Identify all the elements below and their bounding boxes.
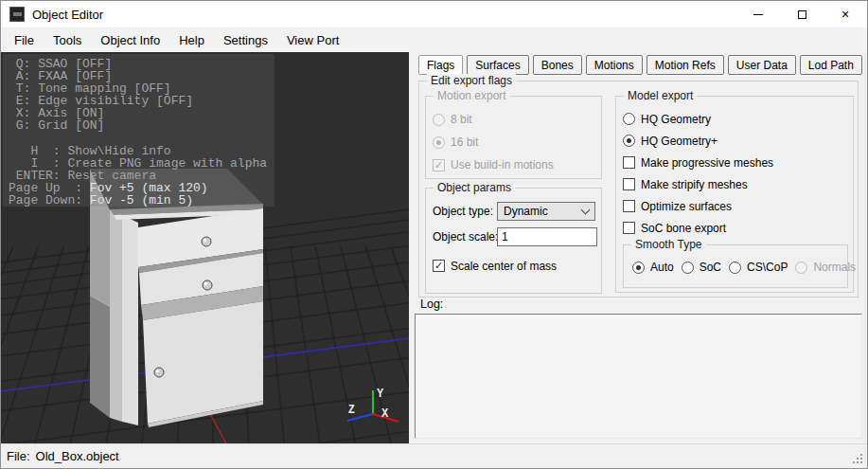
object-editor-window: Object Editor ✕ FileToolsObject InfoHelp…	[0, 0, 868, 469]
object-scale-label: Object scale:	[433, 230, 498, 244]
checkbox-make-progressive-meshes[interactable]: Make progressive meshes	[623, 152, 853, 173]
checkbox-indicator: ✓	[433, 159, 445, 171]
resize-grip[interactable]	[860, 461, 862, 463]
close-icon: ✕	[841, 9, 849, 20]
checkbox-indicator: ✓	[433, 260, 445, 272]
tab-motions[interactable]: Motions	[586, 55, 643, 75]
option-label: CS\CoP	[747, 261, 788, 274]
checkbox-soc-bone-export[interactable]: SoC bone export	[623, 217, 853, 239]
radio-indicator	[433, 114, 445, 126]
tab-lod-path[interactable]: Lod Path	[800, 55, 862, 75]
radio-indicator	[623, 113, 635, 125]
object-type-dropdown[interactable]: Dynamic	[497, 202, 595, 221]
radio-indicator	[795, 262, 807, 274]
radio-indicator	[729, 262, 741, 274]
edit-export-flags-group: Edit export flags Motion export 8 bit16 …	[418, 81, 859, 298]
menu-bar: FileToolsObject InfoHelpSettingsView Por…	[1, 27, 867, 52]
radio-indicator	[632, 262, 645, 274]
window-controls: ✕	[736, 1, 867, 27]
checkbox-indicator	[623, 222, 635, 234]
radio-cs-cop[interactable]: CS\CoP	[729, 260, 788, 275]
radio-indicator	[682, 262, 694, 274]
option-label: Use build-in motions	[451, 158, 554, 171]
maximize-button[interactable]	[780, 1, 824, 27]
checkbox-indicator	[623, 156, 635, 169]
viewport-overlay: Q: SSAO [OFF] A: FXAA [OFF] T: Tone mapp…	[3, 54, 275, 207]
overlay-line: G: Grid [ON]	[9, 119, 275, 132]
smooth-type-group: Smooth Type AutoSoCCS\CoPNormals	[623, 244, 848, 288]
radio-soc[interactable]: SoC	[682, 260, 721, 275]
menu-item-tools[interactable]: Tools	[44, 27, 91, 52]
menu-item-settings[interactable]: Settings	[214, 27, 277, 52]
status-bar: File: Old_Box.object	[1, 443, 867, 468]
tab-bones[interactable]: Bones	[533, 55, 582, 75]
option-label: Make stripify meshes	[641, 178, 748, 191]
object-params-group: Object params Object type: Dynamic Objec…	[425, 188, 602, 294]
title-bar: Object Editor ✕	[1, 1, 867, 27]
status-file-label: File:	[7, 449, 30, 463]
radio-normals: Normals	[795, 260, 856, 275]
checkbox-scale-center-of-mass[interactable]: ✓Scale center of mass	[433, 255, 557, 277]
app-icon	[9, 7, 25, 22]
checkbox-indicator	[623, 178, 635, 190]
option-label: Scale center of mass	[451, 260, 557, 273]
viewport-3d[interactable]: Y Z X Q: SSAO [OFF] A: FXAA [OFF] T: Ton…	[1, 52, 409, 445]
chevron-down-icon	[581, 205, 591, 214]
right-panel: FlagsSurfacesBonesMotionsMotion RefsUser…	[409, 52, 867, 443]
axis-z-label: Z	[348, 404, 355, 417]
object-params-label: Object params	[434, 181, 515, 194]
menu-item-view-port[interactable]: View Port	[277, 27, 348, 52]
option-label: Make progressive meshes	[641, 156, 773, 170]
tab-motion-refs[interactable]: Motion Refs	[647, 55, 724, 75]
menu-item-file[interactable]: File	[5, 27, 44, 52]
option-label: 16 bit	[451, 135, 478, 149]
axis-x-label: X	[381, 407, 389, 421]
radio-indicator	[623, 135, 635, 147]
model-export-label: Model export	[624, 89, 697, 102]
option-label: 8 bit	[451, 113, 472, 126]
close-button[interactable]: ✕	[824, 1, 867, 27]
maximize-icon	[798, 10, 806, 19]
radio-hq-geometry[interactable]: HQ Geometry+	[623, 130, 853, 152]
option-label: Normals	[813, 261, 856, 274]
motion-export-group: Motion export 8 bit16 bit✓Use build-in m…	[425, 96, 602, 179]
radio-8-bit: 8 bit	[433, 108, 601, 131]
checkbox-use-build-in-motions: ✓Use build-in motions	[433, 153, 601, 176]
minimize-icon	[753, 14, 763, 15]
radio-indicator	[433, 136, 445, 149]
drawer-knob	[203, 280, 212, 290]
tab-surfaces[interactable]: Surfaces	[467, 55, 528, 75]
option-label: HQ Geometry	[641, 113, 711, 126]
checkbox-optimize-surfaces[interactable]: Optimize surfaces	[623, 195, 853, 217]
axis-y-label: Y	[377, 388, 384, 401]
object-type-value: Dynamic	[504, 205, 548, 218]
checkbox-indicator	[623, 200, 635, 212]
minimize-button[interactable]	[736, 1, 780, 27]
menu-item-object-info[interactable]: Object Info	[91, 27, 169, 52]
model-export-group: Model export HQ GeometryHQ Geometry+Make…	[615, 96, 854, 293]
window-title: Object Editor	[32, 8, 103, 22]
radio-16-bit: 16 bit	[433, 131, 601, 153]
edit-export-flags-label: Edit export flags	[427, 74, 516, 87]
tab-flags[interactable]: Flags	[418, 55, 463, 75]
smooth-type-label: Smooth Type	[631, 238, 706, 251]
log-label: Log:	[420, 298, 443, 311]
status-file-value: Old_Box.object	[36, 449, 119, 463]
object-type-label: Object type:	[433, 205, 493, 218]
option-label: SoC bone export	[641, 222, 726, 235]
menu-item-help[interactable]: Help	[169, 27, 214, 52]
option-label: Optimize surfaces	[641, 200, 732, 213]
tab-user-data[interactable]: User Data	[728, 55, 796, 75]
option-label: HQ Geometry+	[641, 135, 717, 148]
app-icon-glyph	[13, 12, 22, 16]
drawer-knob	[202, 237, 211, 246]
radio-hq-geometry[interactable]: HQ Geometry	[623, 108, 853, 130]
option-label: SoC	[700, 261, 721, 274]
checkbox-make-stripify-meshes[interactable]: Make stripify meshes	[623, 173, 853, 195]
option-label: Auto	[650, 261, 674, 274]
radio-auto[interactable]: Auto	[632, 260, 674, 275]
motion-export-label: Motion export	[434, 89, 510, 102]
overlay-line: Page Down: Fov -5 (min 5)	[9, 194, 275, 207]
tab-bar: FlagsSurfacesBonesMotionsMotion RefsUser…	[418, 55, 862, 75]
log-output[interactable]	[415, 314, 862, 439]
